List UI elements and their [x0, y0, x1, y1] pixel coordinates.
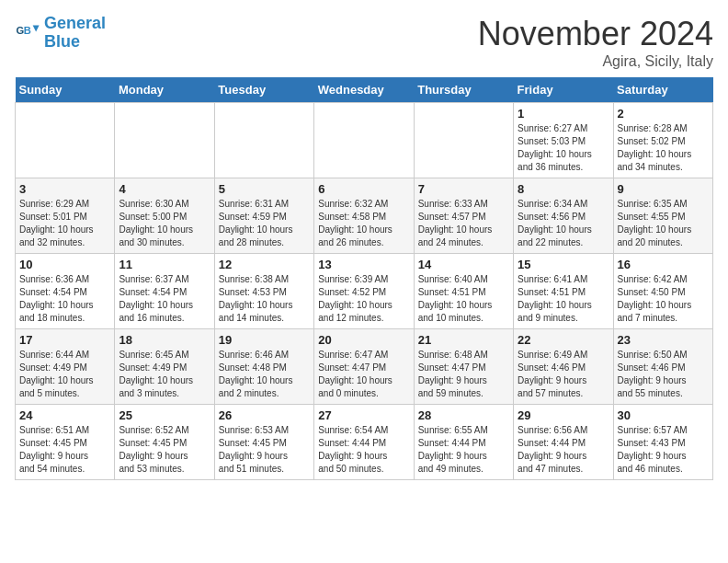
day-info: Sunrise: 6:48 AM Sunset: 4:47 PM Dayligh…	[418, 349, 509, 400]
day-number: 29	[518, 408, 609, 422]
day-number: 7	[418, 182, 509, 196]
calendar-body: 1Sunrise: 6:27 AM Sunset: 5:03 PM Daylig…	[16, 103, 713, 480]
calendar-cell: 1Sunrise: 6:27 AM Sunset: 5:03 PM Daylig…	[514, 103, 613, 178]
calendar-cell: 17Sunrise: 6:44 AM Sunset: 4:49 PM Dayli…	[16, 329, 115, 405]
calendar-cell: 12Sunrise: 6:38 AM Sunset: 4:53 PM Dayli…	[214, 254, 313, 329]
day-number: 25	[119, 408, 210, 422]
month-title: November 2024	[478, 15, 713, 53]
calendar-cell: 20Sunrise: 6:47 AM Sunset: 4:47 PM Dayli…	[314, 329, 414, 405]
header-day-thursday: Thursday	[414, 77, 513, 103]
day-info: Sunrise: 6:55 AM Sunset: 4:44 PM Dayligh…	[418, 424, 509, 476]
location-subtitle: Agira, Sicily, Italy	[478, 53, 713, 70]
day-info: Sunrise: 6:56 AM Sunset: 4:44 PM Dayligh…	[518, 424, 609, 476]
logo-icon: G B	[15, 20, 40, 46]
day-info: Sunrise: 6:32 AM Sunset: 4:58 PM Dayligh…	[318, 198, 409, 249]
calendar-cell: 4Sunrise: 6:30 AM Sunset: 5:00 PM Daylig…	[115, 178, 214, 254]
day-number: 3	[19, 182, 110, 196]
calendar-cell: 19Sunrise: 6:46 AM Sunset: 4:48 PM Dayli…	[214, 329, 313, 405]
day-info: Sunrise: 6:49 AM Sunset: 4:46 PM Dayligh…	[518, 349, 609, 400]
day-number: 22	[518, 333, 609, 347]
calendar-cell: 8Sunrise: 6:34 AM Sunset: 4:56 PM Daylig…	[514, 178, 613, 254]
day-info: Sunrise: 6:44 AM Sunset: 4:49 PM Dayligh…	[19, 349, 110, 400]
calendar-cell: 3Sunrise: 6:29 AM Sunset: 5:01 PM Daylig…	[16, 178, 115, 254]
calendar-table: SundayMondayTuesdayWednesdayThursdayFrid…	[15, 77, 713, 480]
svg-text:B: B	[24, 25, 31, 36]
calendar-cell: 6Sunrise: 6:32 AM Sunset: 4:58 PM Daylig…	[314, 178, 414, 254]
day-info: Sunrise: 6:51 AM Sunset: 4:45 PM Dayligh…	[19, 424, 110, 476]
week-row-1: 3Sunrise: 6:29 AM Sunset: 5:01 PM Daylig…	[16, 178, 713, 254]
day-info: Sunrise: 6:41 AM Sunset: 4:51 PM Dayligh…	[518, 273, 609, 325]
calendar-cell: 7Sunrise: 6:33 AM Sunset: 4:57 PM Daylig…	[414, 178, 513, 254]
calendar-cell: 2Sunrise: 6:28 AM Sunset: 5:02 PM Daylig…	[613, 103, 712, 178]
header-day-sunday: Sunday	[16, 77, 115, 103]
week-row-2: 10Sunrise: 6:36 AM Sunset: 4:54 PM Dayli…	[16, 254, 713, 329]
calendar-cell: 15Sunrise: 6:41 AM Sunset: 4:51 PM Dayli…	[514, 254, 613, 329]
day-number: 30	[618, 408, 709, 422]
day-number: 13	[318, 258, 409, 271]
header-day-monday: Monday	[115, 77, 214, 103]
day-number: 1	[518, 107, 609, 121]
day-info: Sunrise: 6:36 AM Sunset: 4:54 PM Dayligh…	[19, 273, 110, 325]
day-number: 11	[119, 258, 210, 271]
header-day-tuesday: Tuesday	[214, 77, 313, 103]
calendar-cell: 5Sunrise: 6:31 AM Sunset: 4:59 PM Daylig…	[214, 178, 313, 254]
week-row-0: 1Sunrise: 6:27 AM Sunset: 5:03 PM Daylig…	[16, 103, 713, 178]
calendar-cell: 13Sunrise: 6:39 AM Sunset: 4:52 PM Dayli…	[314, 254, 414, 329]
calendar-cell: 9Sunrise: 6:35 AM Sunset: 4:55 PM Daylig…	[613, 178, 712, 254]
calendar-cell: 28Sunrise: 6:55 AM Sunset: 4:44 PM Dayli…	[414, 405, 513, 480]
calendar-cell	[414, 103, 513, 178]
day-info: Sunrise: 6:27 AM Sunset: 5:03 PM Dayligh…	[518, 122, 609, 174]
day-number: 10	[19, 258, 110, 271]
calendar-cell: 29Sunrise: 6:56 AM Sunset: 4:44 PM Dayli…	[514, 405, 613, 480]
logo-line1: General	[44, 14, 106, 32]
day-info: Sunrise: 6:30 AM Sunset: 5:00 PM Dayligh…	[119, 198, 210, 249]
page-header: G B General Blue November 2024 Agira, Si…	[15, 15, 713, 70]
day-number: 24	[19, 408, 110, 422]
calendar-cell: 18Sunrise: 6:45 AM Sunset: 4:49 PM Dayli…	[115, 329, 214, 405]
header-row: SundayMondayTuesdayWednesdayThursdayFrid…	[16, 77, 713, 103]
calendar-cell: 24Sunrise: 6:51 AM Sunset: 4:45 PM Dayli…	[16, 405, 115, 480]
header-day-wednesday: Wednesday	[314, 77, 414, 103]
day-info: Sunrise: 6:31 AM Sunset: 4:59 PM Dayligh…	[219, 198, 310, 249]
title-area: November 2024 Agira, Sicily, Italy	[478, 15, 713, 70]
day-number: 5	[219, 182, 310, 196]
day-info: Sunrise: 6:35 AM Sunset: 4:55 PM Dayligh…	[618, 198, 709, 249]
day-number: 15	[518, 258, 609, 271]
calendar-cell: 23Sunrise: 6:50 AM Sunset: 4:46 PM Dayli…	[613, 329, 712, 405]
day-number: 8	[518, 182, 609, 196]
day-number: 23	[618, 333, 709, 347]
day-number: 19	[219, 333, 310, 347]
calendar-cell: 14Sunrise: 6:40 AM Sunset: 4:51 PM Dayli…	[414, 254, 513, 329]
day-number: 6	[318, 182, 409, 196]
calendar-cell: 30Sunrise: 6:57 AM Sunset: 4:43 PM Dayli…	[613, 405, 712, 480]
calendar-cell	[16, 103, 115, 178]
day-number: 14	[418, 258, 509, 271]
day-number: 27	[318, 408, 409, 422]
day-info: Sunrise: 6:54 AM Sunset: 4:44 PM Dayligh…	[318, 424, 409, 476]
week-row-4: 24Sunrise: 6:51 AM Sunset: 4:45 PM Dayli…	[16, 405, 713, 480]
calendar-cell	[214, 103, 313, 178]
day-number: 4	[119, 182, 210, 196]
calendar-cell: 27Sunrise: 6:54 AM Sunset: 4:44 PM Dayli…	[314, 405, 414, 480]
calendar-cell: 22Sunrise: 6:49 AM Sunset: 4:46 PM Dayli…	[514, 329, 613, 405]
calendar-cell: 21Sunrise: 6:48 AM Sunset: 4:47 PM Dayli…	[414, 329, 513, 405]
logo-text: General Blue	[44, 15, 106, 52]
day-info: Sunrise: 6:29 AM Sunset: 5:01 PM Dayligh…	[19, 198, 110, 249]
week-row-3: 17Sunrise: 6:44 AM Sunset: 4:49 PM Dayli…	[16, 329, 713, 405]
header-day-friday: Friday	[514, 77, 613, 103]
svg-marker-2	[33, 25, 40, 31]
day-info: Sunrise: 6:34 AM Sunset: 4:56 PM Dayligh…	[518, 198, 609, 249]
day-info: Sunrise: 6:52 AM Sunset: 4:45 PM Dayligh…	[119, 424, 210, 476]
day-info: Sunrise: 6:38 AM Sunset: 4:53 PM Dayligh…	[219, 273, 310, 325]
day-number: 9	[618, 182, 709, 196]
day-number: 26	[219, 408, 310, 422]
logo-line2: Blue	[44, 32, 80, 51]
day-number: 20	[318, 333, 409, 347]
calendar-cell: 10Sunrise: 6:36 AM Sunset: 4:54 PM Dayli…	[16, 254, 115, 329]
day-info: Sunrise: 6:47 AM Sunset: 4:47 PM Dayligh…	[318, 349, 409, 400]
day-info: Sunrise: 6:42 AM Sunset: 4:50 PM Dayligh…	[618, 273, 709, 325]
calendar-cell	[314, 103, 414, 178]
day-number: 28	[418, 408, 509, 422]
header-day-saturday: Saturday	[613, 77, 712, 103]
day-number: 16	[618, 258, 709, 271]
